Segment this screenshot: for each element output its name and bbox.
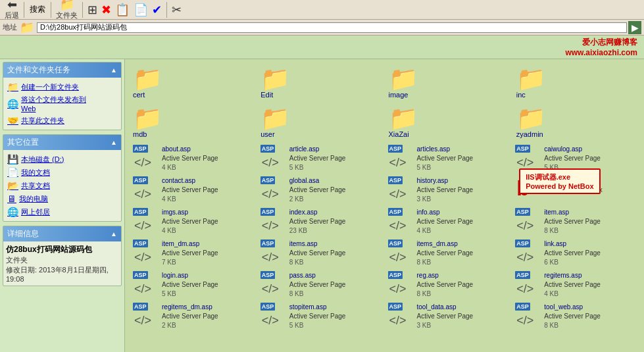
detail-body: 仿28bux打码网站源码包 文件夹 修改日期: 2013年8月1日星期四, 19… <box>3 241 121 286</box>
create-folder-item[interactable]: 📁 创建一个新文件夹 <box>6 80 118 93</box>
addressbar-label: 地址 <box>3 22 17 32</box>
file-item[interactable]: ASP </> item.asp Active Server Page 8 KB <box>512 207 639 237</box>
iis-tooltip: IIS调试器.exe Powered by NetBox <box>519 168 600 194</box>
files-grid: ASP </> about.asp Active Server Page 4 K… <box>130 143 639 332</box>
places-chevron: ▲ <box>111 139 117 146</box>
file-link[interactable]: ASP </> link.asp Active Server Page 6 KB <box>512 238 639 268</box>
publish-icon: 🌐 <box>7 99 18 109</box>
publish-folder-item[interactable]: 🌐 将这个文件夹发布到Web <box>6 93 118 114</box>
toolbar-separator2 <box>51 2 51 18</box>
share-folder-item[interactable]: 🤝 共享此文件夹 <box>6 114 118 127</box>
file-stopitem[interactable]: ASP </> stopitem.asp Active Server Page … <box>258 301 384 332</box>
my-docs-item[interactable]: 📄 我的文档 <box>6 166 118 179</box>
paste-button[interactable]: 📄 <box>134 4 148 16</box>
folder-image-icon: 📁 <box>389 67 418 91</box>
file-item-dm[interactable]: ASP </> item_dm.asp Active Server Page 7… <box>130 238 257 268</box>
back-button[interactable]: ⬅ 后退 <box>5 0 19 20</box>
folder-zyadmin-icon: 📁 <box>516 107 546 130</box>
file-iis[interactable]: b IIS调试器.exe Powered by NetBox IIS调试器.ex… <box>512 175 639 205</box>
detail-name: 仿28bux打码网站源码包 <box>6 244 118 255</box>
detail-title: 详细信息 <box>7 228 39 239</box>
toolbar-separator4 <box>166 2 167 18</box>
left-panel: 文件和文件夹任务 ▲ 📁 创建一个新文件夹 🌐 将这个文件夹发布到Web 🤝 共… <box>0 59 125 352</box>
addressbar: 地址 📁 ▶ <box>0 20 644 36</box>
file-global[interactable]: ASP </> global.asa Active Server Page 2 … <box>258 175 384 205</box>
file-contact[interactable]: ASP </> contact.asp Active Server Page 4… <box>130 175 257 205</box>
file-regitems[interactable]: ASP </> regitems.asp Active Server Page … <box>512 270 639 300</box>
main-layout: 文件和文件夹任务 ▲ 📁 创建一个新文件夹 🌐 将这个文件夹发布到Web 🤝 共… <box>0 59 644 352</box>
file-article[interactable]: ASP </> article.asp Active Server Page 5… <box>258 143 384 174</box>
file-reg[interactable]: ASP </> reg.asp Active Server Page 8 KB <box>385 270 512 300</box>
file-login[interactable]: ASP </> login.asp Active Server Page 5 K… <box>130 270 257 300</box>
folders-grid: 📁 cert 📁 Edit 📁 image 📁 inc 📁 mdb 📁 <box>130 64 639 141</box>
computer-icon: 🖥 <box>7 193 16 204</box>
detail-modified: 修改日期: 2013年8月1日星期四, 19:08 <box>6 265 118 283</box>
file-about-icon-wrap: ASP </> <box>133 145 159 171</box>
places-body: 💾 本地磁盘 (D:) 📄 我的文档 📂 共享文档 🖥 我的电脑 🌐 <box>3 150 121 221</box>
detail-chevron: ▲ <box>111 230 117 238</box>
file-history[interactable]: ASP </> history.asp Active Server Page 3… <box>385 175 512 205</box>
detail-section: 详细信息 ▲ 仿28bux打码网站源码包 文件夹 修改日期: 2013年8月1日… <box>3 226 122 286</box>
tasks-body: 📁 创建一个新文件夹 🌐 将这个文件夹发布到Web 🤝 共享此文件夹 <box>3 78 121 130</box>
disk-icon: 💾 <box>7 154 18 164</box>
banner-line2: www.aixiaozhi.com <box>565 48 637 57</box>
folder-mdb-icon: 📁 <box>133 107 162 130</box>
folder-image[interactable]: 📁 image <box>386 64 511 101</box>
create-folder-icon: 📁 <box>7 82 18 92</box>
file-regitems-dm[interactable]: ASP </> regitems_dm.asp Active Server Pa… <box>130 301 257 332</box>
folder-user[interactable]: 📁 user <box>258 104 383 141</box>
file-index[interactable]: ASP </> index.asp Active Server Page 23 … <box>258 207 384 237</box>
file-about[interactable]: ASP </> about.asp Active Server Page 4 K… <box>130 143 257 174</box>
my-computer-item[interactable]: 🖥 我的电脑 <box>6 192 118 205</box>
folder-cert[interactable]: 📁 cert <box>130 64 255 101</box>
file-info[interactable]: ASP </> info.asp Active Server Page 4 KB <box>385 207 512 237</box>
file-items-dm[interactable]: ASP </> items_dm.asp Active Server Page … <box>385 238 512 268</box>
file-article-icon-wrap: ASP </> <box>260 145 287 171</box>
detail-type: 文件夹 <box>6 255 118 265</box>
folder-edit[interactable]: 📁 Edit <box>258 64 383 101</box>
folder-mdb[interactable]: 📁 mdb <box>130 104 255 141</box>
search-label: 搜索 <box>30 4 45 15</box>
folder-edit-icon: 📁 <box>260 67 290 91</box>
places-title: 其它位置 <box>7 137 39 148</box>
tasks-title: 文件和文件夹任务 <box>7 64 70 76</box>
file-pass[interactable]: ASP </> pass.asp Active Server Page 8 KB <box>258 270 384 300</box>
folder-inc-icon: 📁 <box>516 67 546 91</box>
toolbar-separator3 <box>82 2 83 18</box>
copy-button[interactable]: 📋 <box>115 4 130 16</box>
folder-icon: 📁 <box>60 0 74 11</box>
file-articles-icon-wrap: ASP </> <box>388 145 414 171</box>
toolbar: ⬅ 后退 搜索 📁 文件夹 ⊞ ✖ 📋 📄 ✔ ✂ <box>0 0 644 20</box>
shared-docs-item[interactable]: 📂 共享文档 <box>6 179 118 192</box>
folder-inc[interactable]: 📁 inc <box>514 64 639 101</box>
tasks-chevron: ▲ <box>111 66 117 74</box>
share-icon: 🤝 <box>7 115 18 126</box>
file-tool-web[interactable]: ASP </> tool_web.asp Active Server Page … <box>512 301 639 332</box>
folder-zyadmin[interactable]: 📁 zyadmin <box>514 104 639 141</box>
delete-button[interactable]: ✖ <box>101 4 111 16</box>
grid-view-button[interactable]: ⊞ <box>87 4 97 16</box>
file-items[interactable]: ASP </> items.asp Active Server Page 8 K… <box>258 238 384 268</box>
file-tool-data[interactable]: ASP </> tool_data.asp Active Server Page… <box>385 301 512 332</box>
tooltip-powered: Powered by NetBox <box>526 182 593 190</box>
local-disk-item[interactable]: 💾 本地磁盘 (D:) <box>6 153 118 166</box>
cut-button[interactable]: ✂ <box>172 4 182 16</box>
network-icon: 🌐 <box>7 207 18 217</box>
file-caiwulog-icon-wrap: ASP </> <box>515 145 541 171</box>
detail-header[interactable]: 详细信息 ▲ <box>3 226 121 241</box>
top-banner: 爱小志网赚博客 www.aixiaozhi.com <box>0 36 644 59</box>
places-header[interactable]: 其它位置 ▲ <box>3 135 121 150</box>
addressbar-folder-icon: 📁 <box>20 20 34 35</box>
network-item[interactable]: 🌐 网上邻居 <box>6 205 118 218</box>
tasks-header[interactable]: 文件和文件夹任务 ▲ <box>3 63 121 78</box>
folder-xiazai[interactable]: 📁 XiaZai <box>386 104 511 141</box>
back-icon: ⬅ <box>7 0 17 11</box>
search-area: 搜索 <box>30 4 45 15</box>
tooltip-exe-name: IIS调试器.exe <box>526 172 593 182</box>
check-button[interactable]: ✔ <box>152 4 162 16</box>
file-imgs[interactable]: ASP </> imgs.asp Active Server Page 4 KB <box>130 207 257 237</box>
addressbar-input[interactable] <box>37 22 627 33</box>
file-articles[interactable]: ASP </> articles.asp Active Server Page … <box>385 143 512 174</box>
folder-button[interactable]: 📁 文件夹 <box>56 0 78 20</box>
go-button[interactable]: ▶ <box>628 21 641 34</box>
